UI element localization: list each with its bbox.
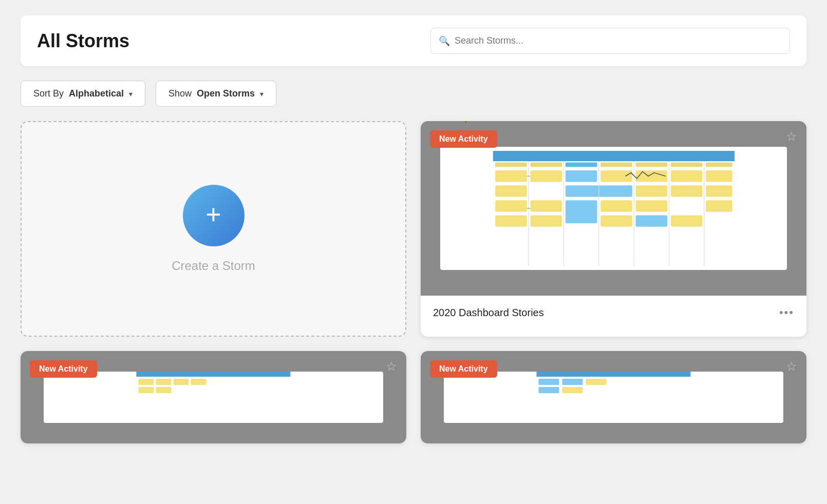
storm-card-thumbnail: New Activity ☆ — [421, 121, 806, 296]
show-label-light: Show — [168, 88, 192, 99]
sort-label-bold: Alphabetical — [69, 88, 124, 99]
mini-dashboard-preview-left — [44, 372, 383, 423]
svg-rect-20 — [495, 200, 527, 211]
svg-rect-4 — [600, 162, 632, 167]
show-label-bold: Open Storms — [197, 88, 255, 99]
svg-rect-12 — [635, 170, 667, 182]
svg-rect-14 — [706, 170, 732, 182]
svg-rect-44 — [139, 387, 154, 393]
svg-rect-18 — [670, 185, 702, 197]
svg-rect-13 — [670, 170, 702, 182]
sort-chevron-icon: ▾ — [129, 90, 133, 98]
storm-card-footer: 2020 Dashboard Stories ••• — [421, 296, 806, 329]
header-bar: All Storms 🔍 — [21, 15, 806, 66]
star-button[interactable]: ☆ — [786, 129, 797, 144]
svg-rect-9 — [530, 170, 562, 182]
sort-by-button[interactable]: Sort By Alphabetical ▾ — [21, 81, 145, 107]
search-container: 🔍 — [430, 28, 790, 54]
star-button-2[interactable]: ☆ — [386, 359, 397, 374]
filter-row: Sort By Alphabetical ▾ Show Open Storms … — [21, 81, 806, 107]
svg-rect-27 — [530, 215, 562, 226]
svg-rect-46 — [537, 372, 691, 377]
svg-rect-45 — [156, 387, 172, 393]
new-activity-badge-2: New Activity — [30, 360, 97, 378]
storm-thumbnail-partial-left: New Activity ☆ — [21, 351, 406, 443]
svg-rect-21 — [530, 200, 562, 211]
svg-rect-22 — [565, 200, 597, 223]
svg-rect-5 — [635, 162, 667, 167]
svg-rect-2 — [530, 162, 562, 167]
svg-rect-30 — [670, 215, 702, 226]
search-wrapper: 🔍 — [430, 28, 790, 54]
svg-rect-7 — [706, 162, 732, 167]
new-activity-badge-3: New Activity — [430, 360, 497, 378]
arrow-annotation — [462, 121, 470, 123]
svg-rect-11 — [600, 170, 632, 182]
storm-card-partial-left: New Activity ☆ — [21, 351, 406, 443]
svg-rect-17 — [635, 185, 667, 197]
svg-rect-49 — [586, 379, 607, 385]
storm-thumbnail-partial-right: New Activity ☆ — [421, 351, 806, 443]
dashboard-preview — [440, 147, 787, 270]
sort-label-light: Sort By — [33, 88, 64, 99]
storm-card-menu-button[interactable]: ••• — [779, 306, 794, 319]
svg-rect-8 — [495, 170, 527, 182]
svg-rect-40 — [139, 379, 154, 385]
star-button-3[interactable]: ☆ — [786, 359, 797, 374]
svg-rect-41 — [156, 379, 172, 385]
svg-rect-39 — [137, 372, 291, 377]
svg-rect-50 — [539, 387, 559, 393]
svg-rect-15 — [495, 185, 527, 197]
svg-rect-43 — [191, 379, 206, 385]
svg-rect-47 — [539, 379, 559, 385]
show-filter-button[interactable]: Show Open Storms ▾ — [156, 81, 276, 107]
svg-rect-3 — [565, 162, 597, 167]
storm-card-title: 2020 Dashboard Stories — [433, 307, 544, 319]
svg-rect-24 — [635, 200, 667, 211]
storm-card: New Activity ☆ — [421, 121, 806, 337]
page-title: All Storms — [37, 30, 129, 52]
plus-icon: + — [205, 201, 221, 228]
show-chevron-icon: ▾ — [260, 90, 264, 98]
create-storm-card[interactable]: + Create a Storm — [21, 121, 406, 337]
create-storm-label: Create a Storm — [172, 259, 255, 273]
svg-rect-19 — [706, 185, 732, 197]
svg-rect-29 — [635, 215, 667, 226]
svg-rect-25 — [706, 200, 732, 211]
svg-rect-6 — [670, 162, 702, 167]
svg-rect-26 — [495, 215, 527, 226]
svg-rect-42 — [174, 379, 189, 385]
new-activity-badge: New Activity — [430, 130, 497, 148]
search-icon: 🔍 — [439, 35, 450, 47]
mini-dashboard-preview-right — [444, 372, 783, 423]
storm-card-partial-right: New Activity ☆ — [421, 351, 806, 443]
svg-rect-10 — [565, 170, 597, 182]
svg-rect-48 — [562, 379, 583, 385]
svg-rect-23 — [600, 200, 632, 211]
arrow-head — [462, 121, 470, 123]
search-input[interactable] — [430, 28, 790, 54]
storm-grid: + Create a Storm New Activity ☆ — [21, 121, 806, 443]
svg-rect-28 — [600, 215, 632, 226]
svg-rect-1 — [495, 162, 527, 167]
create-storm-circle: + — [183, 185, 245, 246]
svg-rect-51 — [562, 387, 583, 393]
svg-rect-0 — [493, 151, 734, 161]
